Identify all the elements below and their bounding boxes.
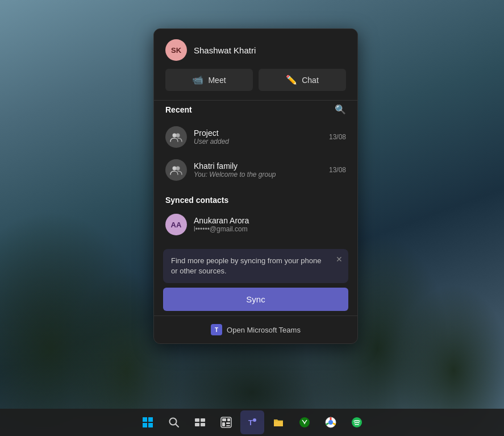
project-chat-name: Project [194,128,322,138]
svg-rect-7 [148,423,153,427]
synced-contacts-title: Synced contacts [165,196,346,205]
svg-point-24 [328,420,333,425]
khatri-group-avatar [165,159,187,181]
sync-notification-text: Find more people by syncing from your ph… [171,256,340,276]
svg-text:T: T [248,418,253,427]
svg-rect-5 [148,417,153,422]
contact-name-aa: Anukaran Arora [194,216,249,225]
svg-rect-12 [195,423,199,426]
synced-contacts-section: Synced contacts AA Anukaran Arora l•••••… [154,186,357,244]
file-explorer-icon[interactable] [266,410,290,434]
contact-info-aa: Anukaran Arora l••••••@gmail.com [194,216,249,233]
sync-button[interactable]: Sync [163,288,348,311]
spotify-icon[interactable] [345,410,369,434]
widgets-icon[interactable] [214,410,238,434]
contact-item-aa[interactable]: AA Anukaran Arora l••••••@gmail.com [165,210,346,239]
task-view-icon[interactable] [188,410,212,434]
action-buttons-row: 📹 Meet ✏️ Chat [154,69,357,100]
chat-icon: ✏️ [286,74,297,85]
svg-point-3 [176,167,180,171]
windows-start-icon[interactable] [136,410,160,434]
recent-section-header: Recent 🔍 [154,101,357,121]
svg-rect-11 [201,418,205,422]
open-teams-row[interactable]: T Open Microsoft Teams [154,316,357,343]
svg-rect-6 [143,423,147,427]
svg-rect-4 [143,417,147,422]
project-chat-info: Project User added [194,128,322,146]
khatri-chat-info: Khatri family You: Welcome to the group [194,161,322,178]
xbox-icon[interactable] [293,410,316,434]
contact-avatar-aa: AA [165,214,187,235]
teams-taskbar-icon[interactable]: T [240,410,264,434]
khatri-chat-date: 13/08 [329,166,346,174]
notification-close-icon[interactable]: ✕ [336,255,343,264]
svg-point-22 [299,417,310,427]
svg-point-1 [176,134,180,138]
search-taskbar-icon[interactable] [162,410,186,434]
svg-point-2 [173,167,177,171]
project-chat-date: 13/08 [329,133,346,141]
svg-point-21 [253,418,256,422]
sync-notification-bar: Find more people by syncing from your ph… [163,249,348,283]
teams-logo-icon: T [211,324,222,335]
chat-item-khatri-family[interactable]: Khatri family You: Welcome to the group … [154,153,357,186]
svg-line-9 [176,424,178,427]
khatri-chat-name: Khatri family [194,161,322,171]
svg-rect-10 [195,418,199,422]
svg-rect-19 [226,425,230,426]
user-avatar: SK [165,39,187,61]
video-icon: 📹 [192,74,203,85]
user-name: Shashwat Khatri [194,45,256,55]
chrome-icon[interactable] [319,410,343,434]
svg-rect-15 [222,418,226,421]
meet-button[interactable]: 📹 Meet [165,69,253,91]
contact-email-aa: l••••••@gmail.com [194,225,249,233]
recent-search-icon[interactable]: 🔍 [335,104,346,115]
chat-item-project[interactable]: Project User added 13/08 [154,121,357,153]
khatri-chat-preview: You: Welcome to the group [194,171,322,178]
chat-button[interactable]: ✏️ Chat [259,69,346,91]
project-group-avatar [165,126,187,148]
svg-rect-17 [222,422,225,426]
teams-popup-panel: SK Shashwat Khatri 📹 Meet ✏️ Chat Recent… [153,28,358,344]
panel-header: SK Shashwat Khatri [154,29,357,69]
open-teams-label: Open Microsoft Teams [227,326,301,334]
svg-point-0 [173,134,177,138]
svg-rect-18 [226,422,230,424]
project-chat-preview: User added [194,138,322,146]
svg-rect-13 [201,423,205,426]
taskbar: T [0,409,504,436]
recent-title: Recent [165,105,192,114]
svg-rect-16 [227,418,230,421]
